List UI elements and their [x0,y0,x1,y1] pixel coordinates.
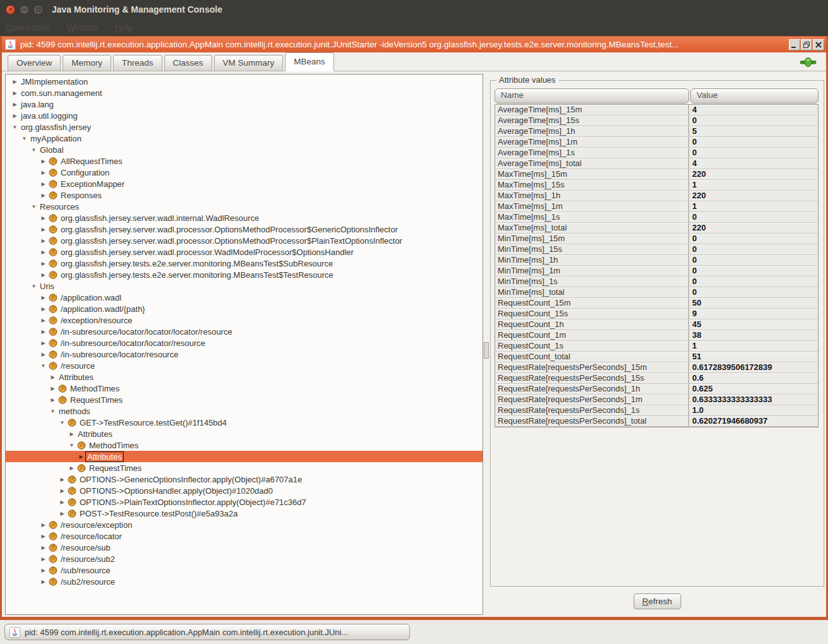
tree-item[interactable]: ▶OPTIONS->PlainTextOptionsInflector.appl… [6,496,483,508]
tree-item[interactable]: ▼GET->TestResource.testGet()#1f145bd4 [6,417,483,428]
tree-item[interactable]: ▶/in-subresource/locator/resource [6,349,483,360]
tree-item[interactable]: ▶OPTIONS->GenericOptionsInflector.apply(… [6,474,483,485]
expand-arrow-icon[interactable]: ▶ [39,170,47,176]
table-row[interactable]: MinTime[ms]_1s0 [495,277,818,287]
expand-arrow-icon[interactable]: ▶ [49,374,57,380]
table-row[interactable]: RequestRate[requestsPerSeconds]_total0.6… [495,416,818,427]
column-header-name[interactable]: Name [495,88,689,104]
expand-arrow-icon[interactable]: ▶ [58,511,66,516]
table-row[interactable]: MinTime[ms]_total0 [495,287,818,298]
tree-item[interactable]: ▼Uris [6,280,483,292]
table-row[interactable]: RequestCount_1m38 [495,330,818,341]
table-row[interactable]: AverageTime[ms]_1s0 [495,148,818,158]
tree-item[interactable]: ▼methods [6,405,483,417]
tab-vm-summary[interactable]: VM Summary [214,55,284,71]
expand-arrow-icon[interactable]: ▶ [39,556,47,562]
expand-arrow-icon[interactable]: ▶ [49,397,57,403]
tree-item[interactable]: ▶Attributes [6,451,483,462]
frame-close-icon[interactable] [813,39,824,51]
expand-arrow-icon[interactable]: ▶ [39,158,47,164]
table-row[interactable]: MaxTime[ms]_15m220 [495,169,818,180]
collapse-arrow-icon[interactable]: ▼ [20,136,28,141]
table-row[interactable]: AverageTime[ms]_15m4 [495,105,818,116]
expand-arrow-icon[interactable]: ▶ [11,113,19,119]
tree-item[interactable]: ▶org.glassfish.jersey.server.wadl.intern… [6,212,483,224]
tree-item[interactable]: ▶org.glassfish.jersey.server.wadl.proces… [6,224,483,235]
tree-item[interactable]: ▶/resource/sub2 [6,553,483,564]
table-row[interactable]: MaxTime[ms]_1m1 [495,201,818,212]
expand-arrow-icon[interactable]: ▶ [39,568,47,573]
tree-item[interactable]: ▶Configuration [6,167,483,178]
expand-arrow-icon[interactable]: ▶ [11,102,19,107]
tree-item[interactable]: ▶/resource/exception [6,519,483,530]
expand-arrow-icon[interactable]: ▶ [11,79,19,85]
expand-arrow-icon[interactable]: ▶ [39,522,47,528]
refresh-button[interactable]: Refresh [633,593,681,609]
collapse-arrow-icon[interactable]: ▼ [49,408,57,414]
tree-item[interactable]: ▶java.lang [6,98,483,110]
tree-item[interactable]: ▼/resource [6,360,483,371]
tab-overview[interactable]: Overview [8,55,61,71]
table-row[interactable]: AverageTime[ms]_total4 [495,158,818,169]
tree-item[interactable]: ▶org.glassfish.jersey.tests.e2e.server.m… [6,269,483,280]
tree-item[interactable]: ▶/sub/resource [6,564,483,576]
maximize-icon[interactable] [33,5,43,15]
expand-arrow-icon[interactable]: ▶ [39,227,47,232]
table-row[interactable]: RequestCount_1s1 [495,341,818,352]
table-row[interactable]: RequestRate[requestsPerSeconds]_1s1.0 [495,405,818,416]
expand-arrow-icon[interactable]: ▶ [39,306,47,312]
expand-arrow-icon[interactable]: ▶ [39,340,47,346]
collapse-arrow-icon[interactable]: ▼ [30,283,38,289]
collapse-arrow-icon[interactable]: ▼ [58,420,66,426]
expand-arrow-icon[interactable]: ▶ [39,329,47,335]
menu-connection[interactable]: Connection [6,23,51,33]
tree-item[interactable]: ▶Responses [6,189,483,201]
tree-item[interactable]: ▶Attributes [6,428,483,439]
tree-item[interactable]: ▶MethodTimes [6,383,483,394]
table-row[interactable]: MinTime[ms]_1h0 [495,255,818,266]
expand-arrow-icon[interactable]: ▶ [68,431,76,437]
table-row[interactable]: RequestRate[requestsPerSeconds]_1m0.6333… [495,395,818,405]
expand-arrow-icon[interactable]: ▶ [39,534,47,539]
taskbar-window-button[interactable]: pid: 4599 com.intellij.rt.execution.appl… [4,624,410,640]
table-row[interactable]: RequestRate[requestsPerSeconds]_1h0.625 [495,384,818,395]
expand-arrow-icon[interactable]: ▶ [39,261,47,266]
collapse-arrow-icon[interactable]: ▼ [30,147,38,153]
expand-arrow-icon[interactable]: ▶ [39,181,47,187]
table-row[interactable]: MaxTime[ms]_total220 [495,223,818,234]
menu-window[interactable]: Window [67,23,99,33]
table-row[interactable]: RequestCount_1h45 [495,319,818,330]
tab-memory[interactable]: Memory [63,55,111,71]
collapse-arrow-icon[interactable]: ▼ [39,363,47,369]
expand-arrow-icon[interactable]: ▶ [39,238,47,244]
table-row[interactable]: RequestRate[requestsPerSeconds]_15s0.6 [495,373,818,384]
table-row[interactable]: AverageTime[ms]_1m0 [495,137,818,148]
table-row[interactable]: RequestRate[requestsPerSeconds]_15m0.617… [495,362,818,373]
tree-item[interactable]: ▼myApplication [6,133,483,144]
tree-item[interactable]: ▶Attributes [6,371,483,383]
tree-item[interactable]: ▶RequestTimes [6,462,483,474]
tree-item[interactable]: ▶/resource/sub [6,542,483,553]
table-row[interactable]: RequestCount_15m50 [495,298,818,309]
table-row[interactable]: MaxTime[ms]_15s1 [495,180,818,191]
expand-arrow-icon[interactable]: ▶ [11,90,19,96]
table-row[interactable]: MaxTime[ms]_1s0 [495,212,818,223]
tree-item[interactable]: ▶/in-subresource/locator/locator/locator… [6,326,483,337]
frame-minimize-icon[interactable] [789,39,800,51]
collapse-arrow-icon[interactable]: ▼ [30,204,38,210]
tree-item[interactable]: ▼Global [6,144,483,155]
expand-arrow-icon[interactable]: ▶ [77,454,85,460]
expand-arrow-icon[interactable]: ▶ [58,477,66,482]
close-icon[interactable]: ✕ [6,5,15,15]
table-row[interactable]: MinTime[ms]_1m0 [495,266,818,277]
tree-item[interactable]: ▶com.sun.management [6,87,483,98]
internal-frame-titlebar[interactable]: pid: 4599 com.intellij.rt.execution.appl… [2,37,826,52]
tree-item[interactable]: ▶java.util.logging [6,110,483,121]
tree-item[interactable]: ▶org.glassfish.jersey.tests.e2e.server.m… [6,258,483,269]
tree-item[interactable]: ▶/application.wadl [6,292,483,303]
tree-item[interactable]: ▶AllRequestTimes [6,155,483,167]
expand-arrow-icon[interactable]: ▶ [39,272,47,278]
expand-arrow-icon[interactable]: ▶ [39,352,47,357]
tree-item[interactable]: ▶JMImplementation [6,76,483,87]
tree-item[interactable]: ▶/application.wadl/{path} [6,303,483,314]
